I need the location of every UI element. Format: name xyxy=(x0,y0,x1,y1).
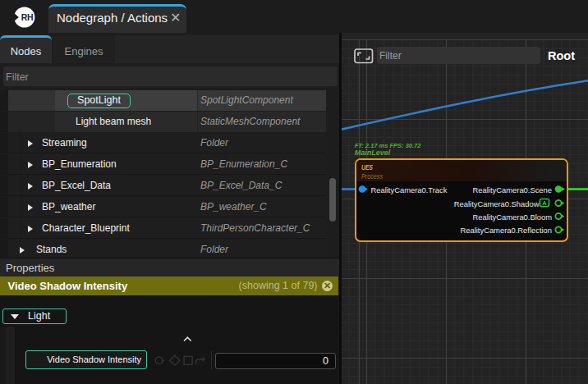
svg-text:A: A xyxy=(542,199,547,207)
svg-text:RH: RH xyxy=(21,12,34,22)
